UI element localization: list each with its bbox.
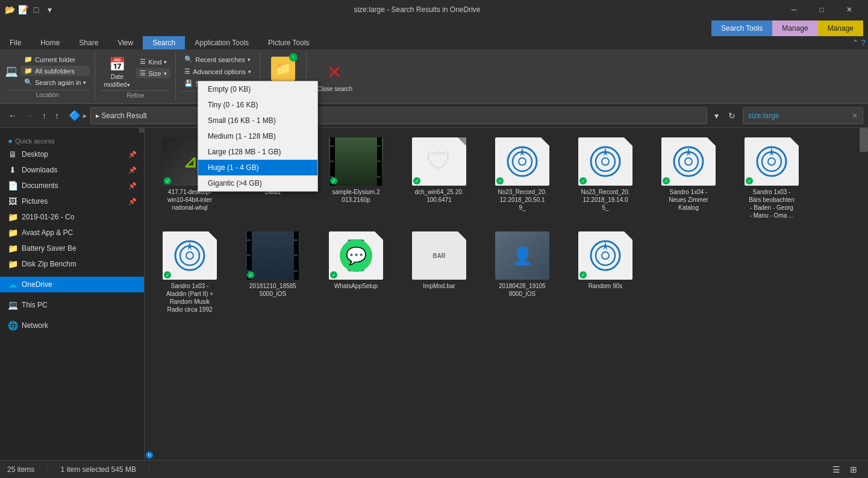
sync-check-10: ✓ (247, 271, 254, 278)
pictures-icon: 🖼 (7, 197, 18, 206)
dropdown-item-gigantic[interactable]: Gigantic (>4 GB) (198, 175, 317, 191)
file-item-sandro4[interactable]: ✓ Sandro 1x04 -Neues ZimmerKatalog (649, 134, 728, 223)
dropdown-item-huge[interactable]: Huge (1 - 4 GB) (198, 160, 317, 175)
help-button[interactable]: ? (861, 38, 866, 48)
up-btn[interactable]: ↑ (39, 108, 50, 123)
tab-picture-tools[interactable]: Picture Tools (258, 36, 319, 49)
dropdown-item-large[interactable]: Large (128 MB - 1 GB) (198, 144, 317, 160)
file-item-record2[interactable]: ✓ No23_Record_20.12.2018_19.14.05_ (566, 134, 645, 223)
tab-app-tools[interactable]: Application Tools (185, 36, 258, 49)
grid-view-btn[interactable]: ⊞ (846, 464, 861, 476)
file-item-record1[interactable]: ✓ No23_Record_20.12.2018_20.50.19_ (483, 134, 561, 223)
ribbon-location-group: 💻 📁 Current folder 📁 All subfolders 🔍 Se… (0, 52, 95, 101)
location-group-label: Location (5, 90, 90, 98)
size-btn[interactable]: ☰ Size ▾ (136, 68, 170, 78)
up-dir-btn[interactable]: ↑ (51, 108, 63, 123)
close-button[interactable]: ✕ (835, 0, 863, 19)
dropdown-item-medium[interactable]: Medium (1 - 128 MB) (198, 128, 317, 144)
tb-icon-3: □ (31, 5, 41, 14)
sync-check-5: ✓ (496, 177, 504, 184)
ribbon-collapse[interactable]: ⌃ (852, 39, 858, 47)
sidebar-item-onedrive[interactable]: ☁ OneDrive (0, 277, 144, 292)
sync-check-9: ✓ (164, 271, 171, 278)
back-btn[interactable]: ← (5, 108, 20, 123)
desktop-icon: 🖥 (7, 149, 18, 159)
close-search-btn[interactable]: ✕ Close search (314, 58, 356, 95)
all-subfolders-btn[interactable]: 📁 All subfolders (20, 66, 90, 76)
svg-point-2 (519, 158, 526, 165)
sidebar-item-downloads[interactable]: ⬇ Downloads 📌 (0, 162, 144, 178)
sidebar: ★ Quick access 🖥 Desktop 📌 ⬇ Downloads 📌… (0, 128, 145, 460)
dropdown-item-small[interactable]: Small (16 KB - 1 MB) (198, 113, 317, 128)
advanced-options-btn[interactable]: ☰ Advanced options ▾ (181, 66, 254, 77)
location-bar: ← → ↑ ↑ 🔷 ▸ ▸ Search Result ▾ ↻ size:lar… (0, 104, 868, 128)
file-item-sandro3b[interactable]: ✓ Sandro 1x03 -Aladdin (Part II) +Random… (151, 228, 229, 317)
search-box[interactable]: size:large ✕ (743, 107, 863, 124)
file-item-photo[interactable]: 👤 ↻ 20180428_191058000_iOS (483, 228, 561, 317)
folder-icon-4: 📁 (7, 259, 18, 269)
video-thumb-1: ✓ (329, 137, 383, 186)
close-search-icon: ✕ (326, 61, 343, 84)
svg-point-1 (513, 152, 532, 171)
maximize-button[interactable]: □ (808, 0, 835, 19)
tab-view[interactable]: View (108, 36, 143, 49)
file-item-whatsapp[interactable]: 📱 💬 ✓ WhatsAppSetup (317, 228, 395, 317)
kind-btn[interactable]: ☰ Kind ▾ (136, 57, 170, 67)
search-again-btn[interactable]: 🔍 Search again in ▾ (20, 77, 90, 87)
sidebar-item-pictures[interactable]: 🖼 Pictures 📌 (0, 193, 144, 209)
file-item-video1[interactable]: ✓ sample-Elysium.2013.2160p (317, 134, 395, 223)
list-view-btn[interactable]: ☰ (829, 464, 844, 476)
tab-file[interactable]: File (0, 36, 31, 49)
shield-thumb: 🛡 ✓ (412, 137, 466, 186)
view-controls: ☰ ⊞ (829, 464, 861, 476)
sidebar-item-folder-3[interactable]: 📁 Battery Saver Be (0, 241, 144, 256)
date-modified-btn[interactable]: 📅 Date modified ▾ (100, 54, 134, 90)
ribbon: 💻 📁 Current folder 📁 All subfolders 🔍 Se… (0, 49, 868, 104)
minimize-button[interactable]: ─ (780, 0, 808, 19)
refresh-btn[interactable]: ↻ (725, 108, 739, 123)
file-item-sandro3a[interactable]: ✓ Sandro 1x03 -Bärs beobachten- Baden - … (732, 134, 811, 223)
file-item-random90s[interactable]: ✓ Random 90s (566, 228, 645, 317)
forward-btn[interactable]: → (22, 108, 37, 123)
sidebar-item-network[interactable]: 🌐 Network (0, 318, 144, 333)
sidebar-item-thispc[interactable]: 💻 This PC (0, 297, 144, 313)
documents-icon: 📄 (7, 181, 18, 190)
pin-icon-4: 📌 (128, 198, 137, 206)
dropdown-item-tiny[interactable]: Tiny (0 - 16 KB) (198, 97, 317, 113)
sidebar-item-folder-1[interactable]: 📁 2019-01-26 - Co (0, 209, 144, 225)
items-count: 25 items (7, 465, 34, 474)
current-folder-btn[interactable]: 📁 Current folder (20, 54, 90, 64)
clear-search-btn[interactable]: ✕ (852, 112, 858, 120)
scrollbar[interactable] (860, 128, 868, 460)
address-bar[interactable]: ▸ Search Result (90, 107, 707, 124)
sync-check-11: ✓ (330, 271, 337, 278)
sidebar-item-folder-2[interactable]: 📁 Avast App & PC (0, 225, 144, 241)
tab-home[interactable]: Home (31, 36, 69, 49)
sync-check-1: ✓ (164, 177, 171, 184)
folder-icon-3: 📁 (7, 244, 18, 253)
pin-icon-2: 📌 (128, 166, 137, 174)
record2-thumb: ✓ (578, 137, 632, 186)
sidebar-item-desktop[interactable]: 🖥 Desktop 📌 (0, 146, 144, 162)
svg-point-13 (180, 246, 199, 265)
file-item-video2[interactable]: ✓ 20181210_185855000_iOS (234, 228, 312, 317)
file-item-shield[interactable]: 🛡 ✓ dch_win64_25.20.100.6471 (400, 134, 478, 223)
sandro3a-thumb: ✓ (745, 137, 799, 186)
pin-icon: 📌 (128, 151, 137, 159)
tab-search[interactable]: Search (143, 36, 185, 49)
size-dropdown: Empty (0 KB) Tiny (0 - 16 KB) Small (16 … (198, 81, 318, 192)
navigation-arrows: ← → ↑ ↑ (5, 108, 63, 123)
downloads-icon: ⬇ (7, 165, 18, 175)
tab-share[interactable]: Share (69, 36, 108, 49)
calendar-icon: 📅 (109, 57, 125, 72)
dropdown-item-empty[interactable]: Empty (0 KB) (198, 81, 317, 97)
expand-btn[interactable]: ▾ (711, 108, 722, 123)
ribbon-tab-manage-1[interactable]: Manage (772, 20, 817, 36)
file-item-impmod[interactable]: BAR ImpMod.bar (400, 228, 478, 317)
ribbon-tab-manage-2[interactable]: Manage (818, 20, 863, 36)
ribbon-tab-search-tools[interactable]: Search Tools (711, 20, 772, 36)
sidebar-item-documents[interactable]: 📄 Documents 📌 (0, 178, 144, 193)
sidebar-item-folder-4[interactable]: 📁 Disk Zip Benchm (0, 256, 144, 272)
recent-searches-btn[interactable]: 🔍 Recent searches ▾ (181, 54, 254, 64)
photo-thumb: 👤 ↻ (495, 231, 549, 280)
